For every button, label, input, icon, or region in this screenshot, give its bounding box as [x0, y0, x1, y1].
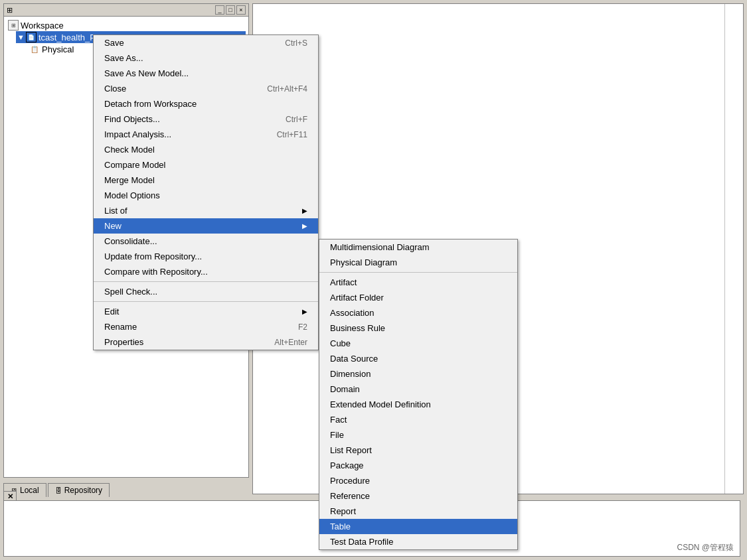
menu-item-compare-repo[interactable]: Compare with Repository...: [94, 264, 318, 279]
tab-repository[interactable]: 🗄 Repository: [48, 483, 110, 497]
submenu-item-list-report[interactable]: List Report: [319, 443, 517, 458]
submenu-item-physical-diagram[interactable]: Physical Diagram: [319, 255, 517, 270]
submenu-item-reference[interactable]: Reference: [319, 488, 517, 504]
submenu-item-multi-diagram[interactable]: Multidimensional Diagram: [319, 240, 517, 255]
menu-item-model-options[interactable]: Model Options: [94, 188, 318, 203]
list-of-label: List of: [104, 206, 127, 216]
menu-item-rename[interactable]: Rename F2: [94, 319, 318, 334]
find-shortcut: Ctrl+F: [286, 115, 307, 124]
tree-workspace[interactable]: ⊞ Workspace: [7, 19, 246, 31]
test-data-profile-label: Test Data Profile: [330, 537, 393, 547]
business-rule-label: Business Rule: [330, 323, 385, 333]
separator-2: [94, 301, 318, 302]
save-shortcut: Ctrl+S: [285, 38, 307, 48]
bottom-tabs: 🖥 Local 🗄 Repository: [3, 477, 249, 497]
submenu-item-file[interactable]: File: [319, 427, 517, 443]
submenu-item-association[interactable]: Association: [319, 305, 517, 320]
fact-label: Fact: [330, 415, 347, 425]
menu-item-save[interactable]: Save Ctrl+S: [94, 35, 318, 50]
submenu-item-procedure[interactable]: Procedure: [319, 473, 517, 488]
local-label: Local: [20, 486, 39, 495]
submenu-item-business-rule[interactable]: Business Rule: [319, 320, 517, 336]
separator-1: [94, 281, 318, 282]
repo-icon: 🗄: [55, 487, 62, 494]
main-window: ⊞ _ □ × ⊞ Workspace ▼ 📄 tcast_health_PDM…: [0, 0, 747, 560]
menu-item-edit[interactable]: Edit ▶: [94, 304, 318, 319]
menu-item-new[interactable]: New ▶: [94, 218, 318, 234]
submenu-item-table[interactable]: Table: [319, 519, 517, 534]
procedure-label: Procedure: [330, 476, 370, 486]
menu-item-save-as-new[interactable]: Save As New Model...: [94, 66, 318, 81]
impact-label: Impact Analysis...: [104, 129, 171, 139]
context-menu: Save Ctrl+S Save As... Save As New Model…: [93, 35, 319, 350]
menu-item-list-of[interactable]: List of ▶: [94, 203, 318, 218]
properties-shortcut: Alt+Enter: [274, 338, 307, 347]
new-label: New: [104, 221, 122, 231]
submenu-item-domain[interactable]: Domain: [319, 382, 517, 397]
dimension-label: Dimension: [330, 369, 371, 379]
menu-item-impact[interactable]: Impact Analysis... Ctrl+F11: [94, 127, 318, 142]
menu-item-spell-check[interactable]: Spell Check...: [94, 284, 318, 299]
submenu-item-test-data-profile[interactable]: Test Data Profile: [319, 534, 517, 549]
find-label: Find Objects...: [104, 114, 160, 124]
submenu: Multidimensional Diagram Physical Diagra…: [319, 239, 518, 550]
v-divider: [724, 4, 725, 494]
submenu-item-cube[interactable]: Cube: [319, 336, 517, 351]
edit-label: Edit: [104, 307, 119, 316]
submenu-item-fact[interactable]: Fact: [319, 412, 517, 427]
menu-item-find[interactable]: Find Objects... Ctrl+F: [94, 111, 318, 127]
workspace-icon: ⊞: [8, 20, 19, 31]
rename-label: Rename: [104, 322, 137, 332]
extended-model-def-label: Extended Model Definition: [330, 399, 431, 409]
cube-label: Cube: [330, 338, 351, 348]
tree-expand-icon: ▼: [17, 33, 25, 41]
model-icon: 📄: [26, 32, 37, 42]
physical-label: Physical: [42, 44, 74, 54]
submenu-item-artifact[interactable]: Artifact: [319, 275, 517, 290]
close-shortcut: Ctrl+Alt+F4: [267, 84, 307, 94]
save-as-label: Save As...: [104, 53, 143, 63]
submenu-separator-1: [319, 272, 517, 273]
update-repo-label: Update from Repository...: [104, 251, 202, 261]
table-label: Table: [330, 522, 351, 531]
submenu-item-package[interactable]: Package: [319, 458, 517, 473]
report-label: Report: [330, 506, 356, 516]
model-options-label: Model Options: [104, 190, 160, 200]
menu-item-close[interactable]: Close Ctrl+Alt+F4: [94, 81, 318, 96]
save-label: Save: [104, 38, 124, 48]
save-as-new-label: Save As New Model...: [104, 68, 189, 78]
physical-icon: 📋: [29, 44, 40, 54]
minimize-btn[interactable]: _: [215, 5, 224, 15]
close-btn[interactable]: ×: [236, 5, 246, 15]
close-label: Close: [104, 84, 126, 94]
submenu-item-data-source[interactable]: Data Source: [319, 351, 517, 366]
submenu-item-dimension[interactable]: Dimension: [319, 366, 517, 382]
reference-label: Reference: [330, 491, 370, 501]
menu-item-consolidate[interactable]: Consolidate...: [94, 234, 318, 249]
menu-item-detach[interactable]: Detach from Workspace: [94, 96, 318, 111]
impact-shortcut: Ctrl+F11: [277, 130, 307, 139]
consolidate-label: Consolidate...: [104, 236, 157, 246]
artifact-label: Artifact: [330, 277, 357, 287]
merge-label: Merge Model: [104, 175, 155, 185]
file-label: File: [330, 430, 344, 440]
watermark: CSDN @管程猿: [677, 542, 734, 553]
package-label: Package: [330, 460, 364, 470]
maximize-btn[interactable]: □: [226, 5, 235, 15]
menu-item-properties[interactable]: Properties Alt+Enter: [94, 334, 318, 350]
list-report-label: List Report: [330, 445, 372, 455]
artifact-folder-label: Artifact Folder: [330, 293, 384, 303]
menu-item-check[interactable]: Check Model: [94, 142, 318, 157]
submenu-item-artifact-folder[interactable]: Artifact Folder: [319, 290, 517, 305]
menu-item-merge[interactable]: Merge Model: [94, 173, 318, 188]
multi-diagram-label: Multidimensional Diagram: [330, 242, 430, 252]
detach-label: Detach from Workspace: [104, 99, 197, 109]
properties-label: Properties: [104, 337, 143, 347]
menu-item-update-repo[interactable]: Update from Repository...: [94, 249, 318, 264]
submenu-item-extended-model-def[interactable]: Extended Model Definition: [319, 397, 517, 412]
submenu-item-report[interactable]: Report: [319, 504, 517, 519]
repo-label: Repository: [64, 486, 102, 495]
menu-item-save-as[interactable]: Save As...: [94, 50, 318, 66]
check-label: Check Model: [104, 145, 155, 155]
menu-item-compare[interactable]: Compare Model: [94, 157, 318, 173]
